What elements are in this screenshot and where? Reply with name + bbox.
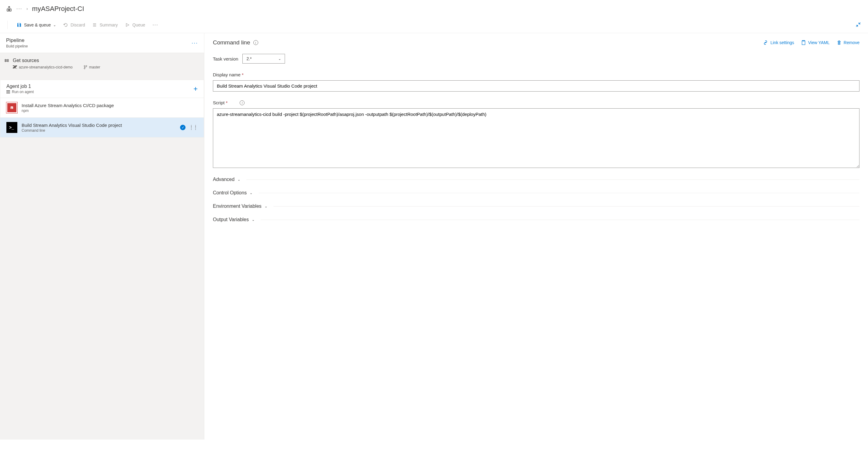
- queue-button[interactable]: Queue: [125, 23, 145, 27]
- chevron-down-icon: ⌄: [238, 178, 240, 182]
- output-vars-section[interactable]: Output Variables ⌄: [213, 217, 860, 222]
- detail-title: Command line: [213, 39, 250, 46]
- task-title: Install Azure Stream Analytics CI/CD pac…: [22, 103, 198, 108]
- svg-point-3: [86, 65, 87, 67]
- play-icon: [125, 23, 130, 27]
- agent-job-title: Agent job 1: [6, 84, 34, 89]
- svg-rect-1: [8, 9, 10, 10]
- toolbar-more[interactable]: ···: [152, 22, 158, 28]
- npm-icon: [6, 102, 17, 113]
- pipeline-header[interactable]: Pipeline Build pipeline ···: [0, 33, 204, 53]
- task-version-select[interactable]: 2.* ⌄: [242, 54, 285, 64]
- task-title: Build Stream Analytics Visual Studio Cod…: [22, 123, 176, 128]
- chevron-down-icon: ⌄: [53, 23, 56, 27]
- undo-icon: [63, 23, 68, 27]
- check-icon: ✓: [180, 125, 186, 130]
- link-settings-button[interactable]: Link settings: [763, 40, 794, 45]
- add-task-button[interactable]: +: [193, 85, 198, 93]
- task-subtitle: Command line: [22, 128, 176, 132]
- svg-rect-8: [10, 106, 14, 110]
- sources-icon: [4, 58, 9, 64]
- info-icon[interactable]: i: [253, 40, 258, 45]
- clipboard-icon: [801, 40, 806, 45]
- info-icon[interactable]: i: [240, 100, 245, 105]
- svg-rect-7: [6, 93, 10, 93]
- agent-job-header[interactable]: Agent job 1 Run on agent +: [0, 80, 204, 98]
- remove-button[interactable]: Remove: [837, 40, 860, 45]
- svg-rect-6: [6, 92, 10, 92]
- collapse-icon[interactable]: [856, 22, 861, 28]
- repo-name: azure-streamanalytics-cicd-demo: [13, 65, 73, 69]
- drag-handle[interactable]: ⋮⋮⋮⋮: [189, 126, 198, 129]
- chevron-down-icon: ⌄: [278, 57, 281, 61]
- pipeline-icon[interactable]: [6, 6, 12, 12]
- display-name-input[interactable]: [213, 80, 860, 92]
- task-subtitle: npm: [22, 109, 198, 113]
- discard-button[interactable]: Discard: [63, 23, 85, 27]
- script-textarea[interactable]: azure-streamanalytics-cicd build -projec…: [213, 108, 860, 168]
- display-name-label: Display name *: [213, 72, 244, 77]
- branch-icon: [84, 65, 87, 69]
- pipeline-subtitle: Build pipeline: [6, 44, 28, 48]
- terminal-icon: >_: [6, 122, 17, 133]
- toolbar: Save & queue ⌄ Discard Summary Queue ···: [0, 15, 868, 33]
- chevron-down-icon: ⌄: [265, 204, 267, 208]
- control-options-section[interactable]: Control Options ⌄: [213, 190, 860, 196]
- script-label: Script *: [213, 100, 227, 105]
- advanced-section[interactable]: Advanced ⌄: [213, 177, 860, 182]
- svg-rect-5: [6, 90, 10, 91]
- agent-job-subtitle: Run on agent: [6, 90, 34, 94]
- breadcrumb: ··· › myASAProject-CI: [0, 0, 868, 15]
- breadcrumb-more[interactable]: ···: [17, 6, 22, 11]
- svg-point-2: [84, 65, 85, 67]
- view-yaml-button[interactable]: View YAML: [801, 40, 830, 45]
- summary-button[interactable]: Summary: [92, 23, 118, 27]
- pipeline-more[interactable]: ···: [192, 40, 198, 46]
- svg-rect-10: [802, 41, 805, 45]
- agent-icon: [6, 90, 10, 93]
- branch-name: master: [84, 65, 100, 69]
- chevron-right-icon: ›: [27, 7, 28, 11]
- env-vars-section[interactable]: Environment Variables ⌄: [213, 204, 860, 209]
- pipeline-title: Pipeline: [6, 37, 28, 43]
- get-sources-title: Get sources: [13, 58, 100, 63]
- save-queue-button[interactable]: Save & queue ⌄: [17, 23, 56, 27]
- get-sources-item[interactable]: Get sources azure-streamanalytics-cicd-d…: [0, 53, 204, 74]
- trash-icon: [837, 40, 841, 45]
- task-item-cmdline[interactable]: >_ Build Stream Analytics Visual Studio …: [0, 118, 204, 138]
- task-detail-panel: Command line i Link settings View YAML R…: [205, 33, 868, 440]
- chevron-down-icon: ⌄: [250, 191, 252, 195]
- save-icon: [17, 23, 22, 27]
- svg-point-4: [84, 68, 85, 69]
- list-icon: [92, 23, 97, 27]
- task-version-label: Task version: [213, 56, 238, 61]
- chevron-down-icon: ⌄: [252, 218, 254, 222]
- task-item-npm[interactable]: Install Azure Stream Analytics CI/CD pac…: [0, 98, 204, 118]
- repo-icon: [13, 65, 17, 69]
- page-title[interactable]: myASAProject-CI: [32, 5, 84, 13]
- svg-text:>_: >_: [9, 125, 14, 130]
- link-icon: [763, 40, 768, 45]
- pipeline-sidebar: Pipeline Build pipeline ··· Get sources …: [0, 33, 205, 440]
